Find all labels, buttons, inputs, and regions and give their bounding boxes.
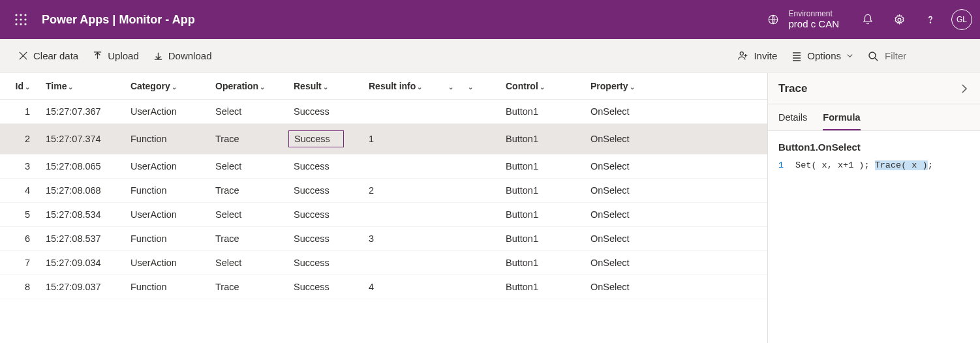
download-label: Download	[168, 50, 212, 61]
cell-result-info	[369, 203, 447, 227]
cell-result: Success	[294, 100, 369, 124]
svg-point-12	[741, 52, 744, 55]
cell-control: Button1	[506, 275, 590, 299]
clear-data-label: Clear data	[33, 50, 78, 61]
environment-label: Environment	[788, 9, 839, 18]
content-area: Id⌄ Time⌄ Category⌄ Operation⌄ Result⌄ R…	[0, 73, 980, 343]
cell-time: 15:27:07.374	[46, 124, 130, 155]
svg-point-4	[20, 18, 22, 20]
column-id[interactable]: Id⌄	[0, 73, 46, 100]
search-icon	[868, 51, 878, 61]
svg-point-10	[898, 18, 901, 22]
cell-blank2	[467, 203, 506, 227]
table-row[interactable]: 415:27:08.068FunctionTraceSuccess2Button…	[0, 179, 767, 203]
table-row[interactable]: 615:27:08.537FunctionTraceSuccess3Button…	[0, 227, 767, 251]
formula-title: Button1.OnSelect	[778, 142, 970, 153]
cell-blank2	[467, 251, 506, 275]
cell-time: 15:27:08.065	[46, 155, 130, 179]
cell-category: Function	[130, 275, 215, 299]
cell-category: UserAction	[130, 251, 215, 275]
cell-operation: Select	[215, 155, 294, 179]
panel-tabs: Details Formula	[768, 104, 980, 131]
formula-code: 1 Set( x, x+1 ); Trace( x );	[778, 160, 970, 170]
column-blank1[interactable]: ⌄	[447, 73, 467, 100]
upload-icon	[93, 51, 102, 61]
chevron-right-icon[interactable]	[959, 83, 970, 94]
cell-operation: Select	[215, 203, 294, 227]
user-avatar[interactable]: GL	[951, 9, 972, 30]
cell-control: Button1	[506, 179, 590, 203]
cell-result: Success	[294, 227, 369, 251]
cell-result: Success	[294, 203, 369, 227]
table-row[interactable]: 215:27:07.374FunctionTraceSuccess1Button…	[0, 124, 767, 155]
bell-icon	[862, 14, 874, 25]
cell-blank1	[447, 100, 467, 124]
cell-control: Button1	[506, 251, 590, 275]
svg-point-11	[930, 22, 930, 23]
cell-operation: Trace	[215, 179, 294, 203]
column-result[interactable]: Result⌄	[294, 73, 369, 100]
cell-result-info	[369, 155, 447, 179]
cell-property: OnSelect	[590, 227, 767, 251]
cell-category: UserAction	[130, 100, 215, 124]
options-label: Options	[807, 50, 841, 61]
question-icon	[925, 14, 936, 25]
events-table: Id⌄ Time⌄ Category⌄ Operation⌄ Result⌄ R…	[0, 73, 767, 299]
column-category[interactable]: Category⌄	[130, 73, 215, 100]
table-row[interactable]: 815:27:09.037FunctionTraceSuccess4Button…	[0, 275, 767, 299]
cell-time: 15:27:09.037	[46, 275, 130, 299]
cell-time: 15:27:09.034	[46, 251, 130, 275]
settings-button[interactable]	[883, 4, 915, 35]
svg-point-6	[15, 23, 17, 25]
cell-id: 4	[0, 179, 46, 203]
cell-result-info: 3	[369, 227, 447, 251]
panel-header: Trace	[768, 73, 980, 104]
svg-point-13	[869, 52, 876, 59]
column-property[interactable]: Property⌄	[590, 73, 767, 100]
cell-blank1	[447, 203, 467, 227]
column-operation[interactable]: Operation⌄	[215, 73, 294, 100]
cell-property: OnSelect	[590, 203, 767, 227]
cell-operation: Select	[215, 251, 294, 275]
cell-property: OnSelect	[590, 100, 767, 124]
tab-details[interactable]: Details	[778, 104, 807, 130]
cell-id: 3	[0, 155, 46, 179]
cell-control: Button1	[506, 155, 590, 179]
panel-body: Button1.OnSelect 1 Set( x, x+1 ); Trace(…	[768, 131, 980, 343]
table-row[interactable]: 715:27:09.034UserActionSelectSuccessButt…	[0, 251, 767, 275]
table-row[interactable]: 315:27:08.065UserActionSelectSuccessButt…	[0, 155, 767, 179]
upload-button[interactable]: Upload	[93, 50, 139, 61]
app-launcher-button[interactable]	[8, 7, 34, 33]
cell-blank1	[447, 251, 467, 275]
table-row[interactable]: 515:27:08.534UserActionSelectSuccessButt…	[0, 203, 767, 227]
table-row[interactable]: 115:27:07.367UserActionSelectSuccessButt…	[0, 100, 767, 124]
environment-picker[interactable]: Environment prod c CAN	[767, 9, 839, 30]
tab-formula[interactable]: Formula	[823, 104, 860, 130]
invite-label: Invite	[754, 50, 777, 61]
help-button[interactable]	[915, 4, 946, 35]
column-result-info[interactable]: Result info⌄	[369, 73, 447, 100]
cell-time: 15:27:08.534	[46, 203, 130, 227]
chevron-down-icon	[846, 52, 853, 59]
options-button[interactable]: Options	[791, 50, 853, 61]
column-time[interactable]: Time⌄	[46, 73, 130, 100]
invite-button[interactable]: Invite	[737, 50, 777, 61]
notifications-button[interactable]	[852, 4, 883, 35]
column-control[interactable]: Control⌄	[506, 73, 590, 100]
line-number: 1	[778, 160, 784, 170]
svg-point-3	[15, 18, 17, 20]
cell-result: Success	[294, 275, 369, 299]
column-blank2[interactable]: ⌄	[467, 73, 506, 100]
download-button[interactable]: Download	[153, 50, 212, 61]
cell-control: Button1	[506, 100, 590, 124]
close-icon	[18, 51, 28, 61]
upload-label: Upload	[108, 50, 139, 61]
cell-time: 15:27:08.537	[46, 227, 130, 251]
svg-point-2	[24, 14, 26, 16]
filter-input[interactable]	[883, 50, 962, 62]
cell-control: Button1	[506, 124, 590, 155]
clear-data-button[interactable]: Clear data	[18, 50, 78, 61]
cell-category: UserAction	[130, 155, 215, 179]
svg-point-7	[20, 23, 22, 25]
filter-field[interactable]	[868, 50, 962, 62]
